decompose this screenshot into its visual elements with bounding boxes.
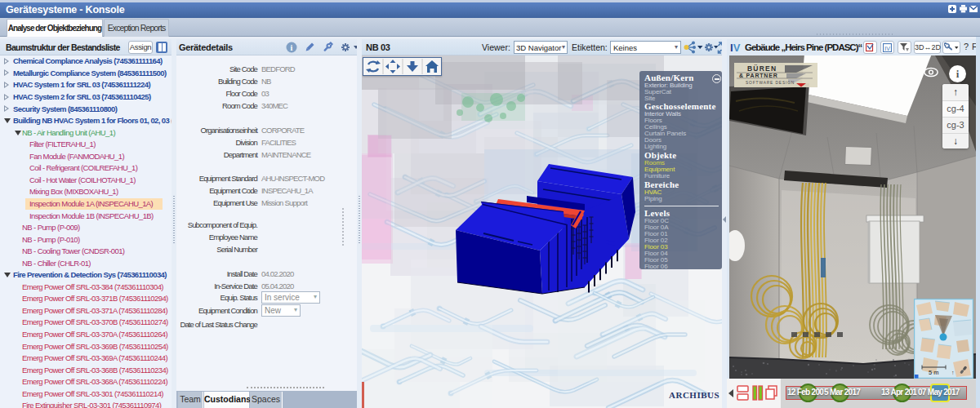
- svg-text:& PARTNER: & PARTNER: [739, 73, 778, 78]
- svg-text:BÜREN: BÜREN: [747, 64, 777, 73]
- svg-text:IV: IV: [884, 46, 890, 51]
- svg-text:5 m: 5 m: [929, 369, 939, 376]
- svg-text:SOFTWARE DESIGN: SOFTWARE DESIGN: [746, 81, 795, 85]
- svg-text:i: i: [291, 43, 293, 52]
- svg-text:↑: ↑: [951, 370, 955, 375]
- svg-text:ARCHIBUS: ARCHIBUS: [669, 390, 719, 400]
